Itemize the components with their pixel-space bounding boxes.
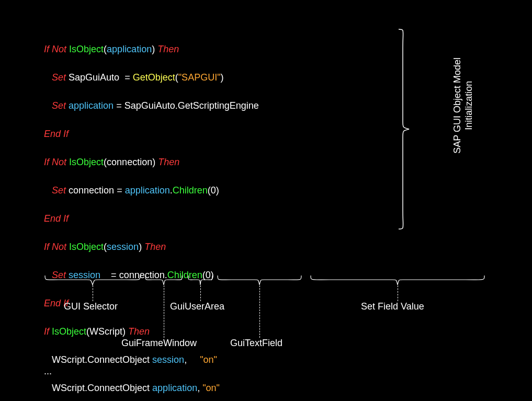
dotted-line <box>259 285 260 338</box>
ellipsis-2: ... <box>44 366 52 377</box>
kw-set: Set <box>52 72 66 83</box>
id-application: application <box>107 44 152 54</box>
str-sapgui: "SAPGUI" <box>178 72 221 83</box>
code-line-1: If Not IsObject(application) Then <box>44 42 332 56</box>
dotted-line <box>200 285 201 301</box>
kw-not: Not <box>52 44 66 54</box>
code-line-2: Set SapGuiAuto = GetObject("SAPGUI") <box>44 71 332 85</box>
fn-children: Children <box>173 185 208 196</box>
dotted-line <box>93 285 93 301</box>
brace-right-icon <box>397 27 412 231</box>
code-line-4: End If <box>44 127 332 141</box>
label-gui-userarea: GuiUserArea <box>170 301 224 312</box>
id-application: application <box>125 185 170 196</box>
label-gui-textfield: GuiTextField <box>230 338 282 349</box>
dotted-line <box>164 285 164 338</box>
kw-end: End <box>44 129 61 139</box>
kw-if: If <box>44 44 49 54</box>
id-session: session <box>107 242 139 252</box>
code-line-12: WScript.ConnectObject session, "on" <box>44 353 332 367</box>
label-sap-gui-init: SAP GUI Object Model Initialization <box>451 58 474 154</box>
code-line-8: If Not IsObject(session) Then <box>44 240 332 254</box>
kw-if: If <box>63 129 69 139</box>
dotted-line <box>398 285 398 301</box>
fn-isobject: IsObject <box>69 44 104 54</box>
id-connection: connection <box>107 157 152 167</box>
kw-set: Set <box>52 100 66 111</box>
code-line-13: WScript.ConnectObject application, "on" <box>44 381 332 395</box>
kw-then: Then <box>157 44 179 54</box>
label-set-field-value: Set Field Value <box>361 301 424 312</box>
code-line-7: End If <box>44 212 332 226</box>
code-line-11: If IsObject(WScript) Then <box>44 325 332 339</box>
code-line-3: Set application = SapGuiAuto.GetScriptin… <box>44 99 332 113</box>
fn-getobject: GetObject <box>133 72 175 83</box>
id-sapguiauto: SapGuiAuto <box>69 72 119 83</box>
label-gui-selector: GUI Selector <box>64 301 118 312</box>
id-wscript: WScript <box>89 326 122 337</box>
code-line-5: If Not IsObject(connection) Then <box>44 155 332 169</box>
code-line-6: Set connection = application.Children(0) <box>44 184 332 198</box>
id-application: application <box>69 100 114 111</box>
rhs-scriptingengine: SapGuiAuto.GetScriptingEngine <box>124 100 259 111</box>
label-gui-framewindow: GuiFrameWindow <box>121 338 197 349</box>
